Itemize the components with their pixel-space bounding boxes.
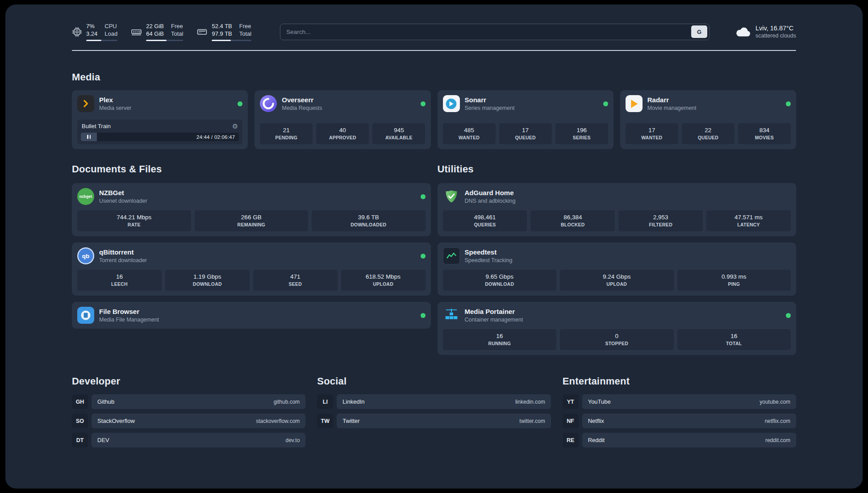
service-card-filebrowser[interactable]: File Browser Media File Management <box>72 302 431 329</box>
card-header: File Browser Media File Management <box>77 307 426 324</box>
stat-label: PENDING <box>262 135 311 140</box>
bookmark-name: Twitter <box>342 418 359 424</box>
bookmark-link-netflix[interactable]: Netflixnetflix.com <box>582 414 796 428</box>
service-subtitle: Usenet downloader <box>99 198 147 204</box>
bookmark-name: Netflix <box>588 418 604 424</box>
stat-value: 0.993 ms <box>679 273 789 280</box>
nzbget-icon: nzbget <box>77 188 94 205</box>
bookmark-link-dev[interactable]: DEVdev.to <box>92 433 305 447</box>
service-subtitle: Container management <box>465 317 523 323</box>
service-card-nzbget[interactable]: nzbget NZBGet Usenet downloader 744.21 M… <box>72 183 431 236</box>
stat-label: SEED <box>255 281 336 287</box>
stat-box: 39.6 TBDOWNLOADED <box>312 210 426 231</box>
service-card-plex[interactable]: Plex Media server Bullet Train ⚙ 24:44 /… <box>72 90 248 149</box>
memory-label-2: Total <box>171 30 183 38</box>
bookmark-abbr: GH <box>72 394 88 409</box>
status-online-dot <box>786 313 791 318</box>
overseerr-icon <box>260 95 277 112</box>
stat-label: SERIES <box>557 135 606 140</box>
bookmark-url: github.com <box>274 399 300 405</box>
bookmark-row: DTDEVdev.to <box>72 433 305 447</box>
now-playing-title: Bullet Train <box>82 123 111 130</box>
stat-value: 17 <box>501 127 550 134</box>
section-entertainment: Entertainment YTYouTubeyoutube.comNFNetf… <box>563 376 796 452</box>
stat-label: DOWNLOAD <box>445 281 555 287</box>
service-stats: 485WANTED17QUEUED196SERIES <box>443 123 608 144</box>
service-card-sonarr[interactable]: Sonarr Series management 485WANTED17QUEU… <box>438 90 613 149</box>
stat-box: 744.21 MbpsRATE <box>77 210 191 231</box>
service-info: File Browser Media File Management <box>99 308 159 323</box>
disk-free-value: 52.4 TB <box>212 22 232 30</box>
gear-icon[interactable]: ⚙ <box>232 123 238 130</box>
search-input[interactable] <box>286 29 691 35</box>
stat-value: 485 <box>445 127 494 134</box>
stat-box: 196SERIES <box>555 123 608 144</box>
service-card-qbittorrent[interactable]: qb qBittorrent Torrent downloader 16LEEC… <box>72 242 431 296</box>
bookmark-link-linkedin[interactable]: LinkedInlinkedin.com <box>337 394 551 409</box>
stat-label: LEECH <box>79 281 160 287</box>
stat-label: WANTED <box>445 135 494 140</box>
stat-box: 1.19 GbpsDOWNLOAD <box>165 270 250 291</box>
bookmark-link-stackoverflow[interactable]: StackOverflowstackoverflow.com <box>92 414 305 428</box>
stat-value: 47.571 ms <box>708 214 789 221</box>
bookmark-link-youtube[interactable]: YouTubeyoutube.com <box>582 394 796 409</box>
card-header: AdGuard Home DNS and adblocking <box>443 188 791 205</box>
stat-value: 2,953 <box>620 214 701 221</box>
stat-label: PING <box>679 281 789 287</box>
service-card-overseerr[interactable]: Overseerr Media Requests 21PENDING40APPR… <box>255 90 430 149</box>
service-card-speedtest[interactable]: Speedtest Speedtest Tracking 9.65 GbpsDO… <box>438 242 797 296</box>
stat-label: UPLOAD <box>562 281 672 287</box>
bookmark-url: twitter.com <box>519 418 545 424</box>
filebrowser-icon <box>77 307 94 324</box>
stat-value: 9.24 Gbps <box>562 273 672 280</box>
service-title: AdGuard Home <box>465 189 516 196</box>
service-title: File Browser <box>99 308 159 315</box>
disk-label-1: Free <box>239 22 251 30</box>
bookmark-link-github[interactable]: Githubgithub.com <box>92 394 305 409</box>
weather-widget: Lviv, 16.87°C scattered clouds <box>734 25 796 39</box>
bookmark-url: netflix.com <box>765 418 790 424</box>
service-stats: 498,461QUERIES86,384BLOCKED2,953FILTERED… <box>443 210 791 231</box>
card-header: Plex Media server <box>77 95 242 112</box>
stat-value: 16 <box>445 333 555 339</box>
bookmark-name: StackOverflow <box>97 418 135 424</box>
weather-condition: scattered clouds <box>755 33 796 39</box>
section-developer: Developer GHGithubgithub.comSOStackOverf… <box>72 376 305 452</box>
service-info: Radarr Movie management <box>647 96 697 111</box>
section-social: Social LILinkedInlinkedin.comTWTwittertw… <box>317 376 551 452</box>
stat-value: 22 <box>684 127 733 134</box>
dashboard-window: 7% 3.24 CPU Load <box>5 4 863 489</box>
search-provider-button[interactable]: G <box>691 25 707 38</box>
search-bar[interactable]: G <box>280 24 709 40</box>
stat-value: 16 <box>79 273 160 280</box>
cloud-icon <box>734 26 751 38</box>
service-subtitle: DNS and adblocking <box>465 198 516 204</box>
service-info: AdGuard Home DNS and adblocking <box>465 189 516 204</box>
service-card-adguard[interactable]: AdGuard Home DNS and adblocking 498,461Q… <box>438 183 797 236</box>
stat-value: 17 <box>627 127 676 134</box>
service-stats: 21PENDING40APPROVED945AVAILABLE <box>260 123 425 144</box>
playback-progress-bar[interactable]: 24:44 / 02:06:47 <box>81 133 239 141</box>
section-title-entertainment: Entertainment <box>563 376 796 387</box>
stat-value: 1.19 Gbps <box>167 273 248 280</box>
stat-box: 618.52 MbpsUPLOAD <box>341 270 426 291</box>
card-header: Radarr Movie management <box>626 95 791 112</box>
stat-label: APPROVED <box>318 135 367 140</box>
bookmark-link-twitter[interactable]: Twittertwitter.com <box>337 414 551 428</box>
bookmark-list-entertainment: YTYouTubeyoutube.comNFNetflixnetflix.com… <box>563 394 796 447</box>
cpu-usage-value: 7% <box>86 22 97 30</box>
service-card-radarr[interactable]: Radarr Movie management 17WANTED22QUEUED… <box>620 90 796 149</box>
pause-icon[interactable] <box>81 133 97 141</box>
service-card-portainer[interactable]: Media Portainer Container management 16R… <box>438 302 797 355</box>
stat-value: 40 <box>318 127 367 134</box>
stat-box: 22QUEUED <box>682 123 734 144</box>
hard-drive-icon <box>196 26 208 38</box>
stat-label: QUEUED <box>501 135 550 140</box>
service-stats: 16LEECH1.19 GbpsDOWNLOAD471SEED618.52 Mb… <box>77 270 426 291</box>
memory-usage-bar <box>146 40 183 41</box>
stat-label: QUERIES <box>445 222 526 227</box>
stat-box: 485WANTED <box>443 123 496 144</box>
disk-widget: 52.4 TB 97.9 TB Free Total <box>196 22 251 41</box>
status-online-dot <box>238 101 242 106</box>
bookmark-link-reddit[interactable]: Redditreddit.com <box>582 433 796 447</box>
